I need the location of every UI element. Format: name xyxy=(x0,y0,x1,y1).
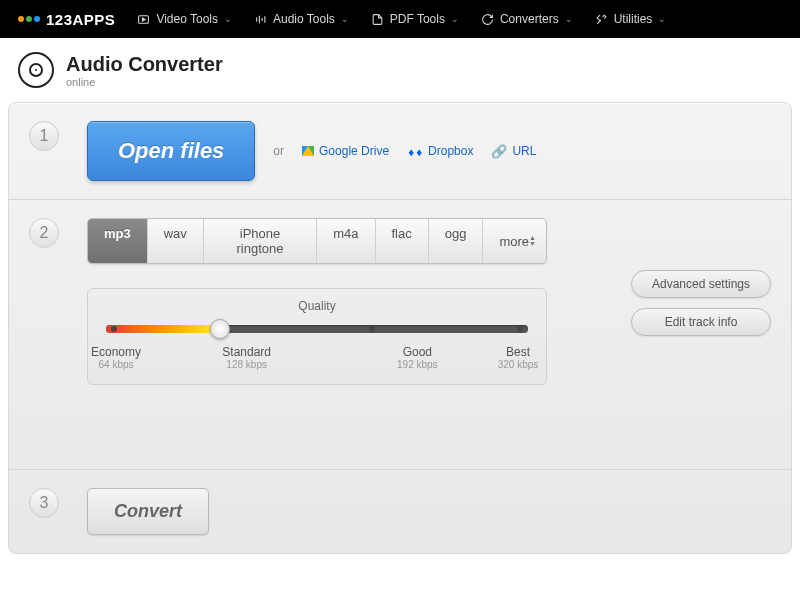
nav-utilities[interactable]: Utilities⌄ xyxy=(595,12,667,26)
chevron-down-icon: ⌄ xyxy=(658,14,666,24)
slider-tick xyxy=(369,326,375,332)
format-tabs: mp3 wav iPhone ringtone m4a flac ogg mor… xyxy=(87,218,547,264)
tab-flac[interactable]: flac xyxy=(376,219,429,263)
step-number: 2 xyxy=(29,218,59,248)
or-text: or xyxy=(273,144,284,158)
quality-title: Quality xyxy=(106,299,528,313)
quality-stop-name: Standard xyxy=(222,345,271,359)
vinyl-icon xyxy=(18,52,54,88)
step-number: 1 xyxy=(29,121,59,151)
quality-stop-name: Economy xyxy=(91,345,141,359)
chevron-down-icon: ⌄ xyxy=(224,14,232,24)
tab-mp3[interactable]: mp3 xyxy=(88,219,148,263)
logo[interactable]: 123APPS xyxy=(18,11,115,28)
chevron-down-icon: ⌄ xyxy=(451,14,459,24)
document-icon xyxy=(371,13,384,26)
quality-stop-rate: 320 kbps xyxy=(488,359,548,370)
svg-rect-1 xyxy=(256,17,257,21)
source-url[interactable]: 🔗URL xyxy=(491,144,536,159)
page-header: Audio Converter online xyxy=(0,38,800,102)
tab-more[interactable]: more▲▼ xyxy=(483,219,546,263)
chevron-down-icon: ⌄ xyxy=(565,14,573,24)
slider-tick xyxy=(111,326,117,332)
refresh-icon xyxy=(481,13,494,26)
quality-labels: Economy64 kbps Standard128 kbps Good192 … xyxy=(106,345,528,370)
quality-stop-name: Best xyxy=(506,345,530,359)
brand-text: 123APPS xyxy=(46,11,115,28)
step-1: 1 Open files or Google Drive ⬧⬧Dropbox 🔗… xyxy=(9,103,791,199)
page-subtitle: online xyxy=(66,76,223,88)
google-drive-icon xyxy=(302,146,314,156)
step-number: 3 xyxy=(29,488,59,518)
quality-slider[interactable] xyxy=(106,325,528,333)
svg-rect-2 xyxy=(259,15,260,23)
tools-icon xyxy=(595,13,608,26)
app-panel: 1 Open files or Google Drive ⬧⬧Dropbox 🔗… xyxy=(8,102,792,554)
equalizer-icon xyxy=(254,13,267,26)
step-2: 2 mp3 wav iPhone ringtone m4a flac ogg m… xyxy=(9,199,791,469)
svg-rect-3 xyxy=(262,17,263,20)
svg-rect-4 xyxy=(264,16,265,23)
convert-button[interactable]: Convert xyxy=(87,488,209,535)
chevron-down-icon: ⌄ xyxy=(341,14,349,24)
nav-pdf-tools[interactable]: PDF Tools⌄ xyxy=(371,12,459,26)
open-files-button[interactable]: Open files xyxy=(87,121,255,181)
quality-stop-rate: 64 kbps xyxy=(86,359,146,370)
source-dropbox[interactable]: ⬧⬧Dropbox xyxy=(407,143,473,159)
quality-stop-name: Good xyxy=(403,345,432,359)
edit-track-info-button[interactable]: Edit track info xyxy=(631,308,771,336)
nav-video-tools[interactable]: Video Tools⌄ xyxy=(137,12,232,26)
tab-iphone-ringtone[interactable]: iPhone ringtone xyxy=(204,219,317,263)
slider-fill xyxy=(106,325,220,333)
link-icon: 🔗 xyxy=(491,144,507,159)
slider-tick xyxy=(517,326,523,332)
page-title: Audio Converter xyxy=(66,53,223,76)
nav-converters[interactable]: Converters⌄ xyxy=(481,12,573,26)
side-buttons: Advanced settings Edit track info xyxy=(631,270,771,336)
tab-ogg[interactable]: ogg xyxy=(429,219,484,263)
tab-m4a[interactable]: m4a xyxy=(317,219,375,263)
step-3: 3 Convert xyxy=(9,469,791,553)
source-google-drive[interactable]: Google Drive xyxy=(302,144,389,158)
quality-stop-rate: 192 kbps xyxy=(387,359,447,370)
logo-dots-icon xyxy=(18,16,40,22)
slider-handle[interactable] xyxy=(210,319,230,339)
advanced-settings-button[interactable]: Advanced settings xyxy=(631,270,771,298)
dropbox-icon: ⬧⬧ xyxy=(407,143,423,159)
tab-wav[interactable]: wav xyxy=(148,219,204,263)
stepper-icon: ▲▼ xyxy=(529,235,536,247)
play-icon xyxy=(137,13,150,26)
nav-audio-tools[interactable]: Audio Tools⌄ xyxy=(254,12,349,26)
top-nav: 123APPS Video Tools⌄ Audio Tools⌄ PDF To… xyxy=(0,0,800,38)
quality-panel: Quality Economy64 kbps Standard128 kbps … xyxy=(87,288,547,385)
quality-stop-rate: 128 kbps xyxy=(217,359,277,370)
